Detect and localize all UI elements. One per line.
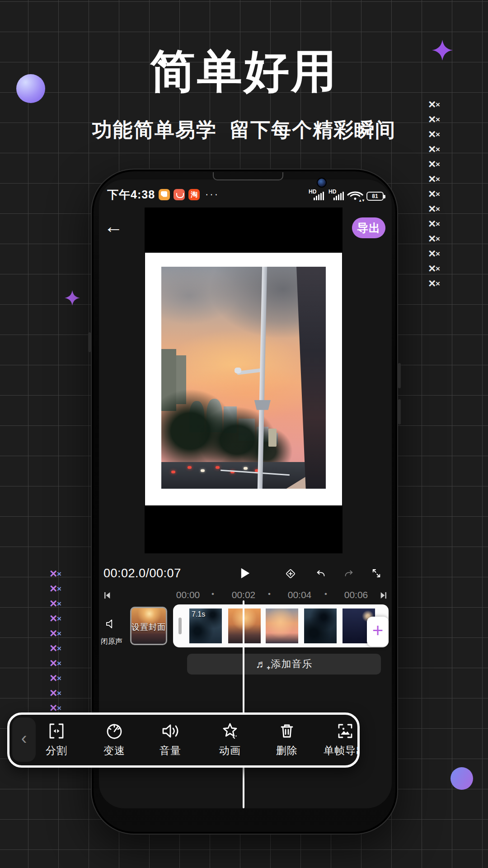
- play-button[interactable]: [237, 566, 252, 580]
- toolbar-item-label: 动画: [205, 744, 255, 758]
- ruler-tick: 00:00: [172, 590, 204, 600]
- phone-volume-button: [398, 399, 401, 425]
- battery-icon: 81: [366, 192, 384, 201]
- timeline-clips-row: 闭原声 设置封面 7.1s +: [99, 604, 392, 650]
- animation-star-icon: [219, 720, 241, 742]
- cell-signal-icon: HD: [328, 189, 344, 201]
- undo-button[interactable]: [314, 567, 328, 581]
- chat-app-icon: [159, 189, 170, 200]
- phone-speaker-slot: [213, 172, 283, 180]
- x-mark: ××: [428, 130, 442, 141]
- skip-end-icon[interactable]: [379, 590, 389, 600]
- toolbar-item-split[interactable]: 分割: [32, 719, 81, 764]
- toolbar-item-animation[interactable]: 动画: [205, 719, 255, 764]
- ruler-tick: 00:02: [228, 590, 259, 600]
- toolbar-item-label: 变速: [89, 744, 139, 758]
- mute-label: 闭原声: [99, 637, 127, 646]
- x-mark: ××: [50, 585, 63, 595]
- cover-label: 设置封面: [131, 622, 166, 632]
- status-bar: 下午4:38 淘 ··· HD HD ▲▼ 81: [99, 186, 392, 203]
- toolbar-item-frame-export[interactable]: 单帧导出: [320, 719, 360, 764]
- keyframe-add-button[interactable]: [284, 567, 297, 580]
- toolbar-item-speed[interactable]: 变速: [89, 719, 139, 764]
- x-mark: ××: [50, 614, 63, 625]
- fullscreen-button[interactable]: [369, 566, 384, 580]
- ruler-tick: 00:06: [340, 590, 372, 600]
- wifi-icon: ▲▼: [348, 189, 362, 201]
- edit-toolbar: ‹ 分割 变速 音量 动画: [7, 712, 360, 768]
- add-clip-button[interactable]: +: [367, 617, 389, 646]
- x-mark: ××: [50, 689, 63, 700]
- x-mark: ××: [50, 599, 63, 610]
- taobao-app-icon: 淘: [188, 189, 200, 200]
- video-preview-canvas: [145, 208, 343, 553]
- x-mark: ××: [428, 160, 442, 171]
- clip-duration-badge: 7.1s: [192, 610, 205, 618]
- decor-x-pattern-left: ××××××××××××××××××××: [50, 570, 63, 715]
- trim-handle[interactable]: [178, 618, 182, 634]
- chevron-left-icon: ‹: [21, 730, 27, 747]
- ruler-dot: •: [266, 590, 272, 599]
- volume-icon: [160, 720, 181, 742]
- ruler-dot: •: [210, 590, 216, 599]
- phone-power-button: [398, 363, 401, 388]
- x-mark: ××: [428, 279, 442, 290]
- timeline-playhead[interactable]: [243, 600, 244, 808]
- decor-x-pattern-right: ××××××××××××××××××××××××××: [428, 100, 442, 290]
- playback-controls: 00:02.0/00:07: [99, 561, 392, 586]
- more-notifications-icon: ···: [205, 189, 219, 200]
- x-mark: ××: [428, 220, 442, 231]
- add-music-label: 添加音乐: [271, 657, 313, 671]
- plus-icon: +: [372, 621, 384, 640]
- toolbar-item-delete[interactable]: 删除: [262, 719, 312, 764]
- x-mark: ××: [428, 100, 442, 111]
- sparkle-star-icon: [65, 290, 80, 306]
- phone-front-camera: [317, 178, 327, 188]
- cell-signal-icon: HD: [309, 189, 324, 201]
- x-mark: ××: [50, 674, 63, 685]
- page-subtitle: 功能简单易学 留下每个精彩瞬间: [0, 117, 488, 143]
- toolbar-item-volume[interactable]: 音量: [145, 719, 195, 764]
- video-clip-strip[interactable]: 7.1s: [173, 604, 389, 647]
- x-mark: ××: [428, 235, 442, 245]
- skip-start-icon[interactable]: [102, 590, 112, 600]
- x-mark: ××: [428, 190, 442, 201]
- clip-thumbnail[interactable]: [228, 609, 261, 643]
- x-mark: ××: [428, 250, 442, 260]
- shopping-app-icon: [174, 189, 185, 200]
- split-icon: [46, 720, 67, 742]
- x-mark: ××: [50, 659, 63, 670]
- mute-original-sound-button[interactable]: 闭原声: [99, 604, 124, 650]
- x-mark: ××: [50, 644, 63, 655]
- export-button[interactable]: 导出: [352, 217, 385, 238]
- redo-button[interactable]: [342, 567, 356, 581]
- speed-icon: [103, 720, 125, 742]
- clip-thumbnail[interactable]: 7.1s: [189, 609, 222, 643]
- timeline-ruler[interactable]: 00:00 • 00:02 • 00:04 • 00:06: [99, 588, 392, 603]
- x-mark: ××: [50, 570, 63, 580]
- add-music-button[interactable]: ♬+ 添加音乐: [187, 654, 381, 675]
- music-note-icon: ♬+: [256, 658, 267, 670]
- set-cover-button[interactable]: 设置封面: [130, 607, 167, 645]
- ruler-tick: 00:04: [284, 590, 315, 600]
- clip-thumbnail[interactable]: [304, 609, 337, 643]
- toolbar-item-label: 音量: [145, 744, 195, 758]
- toolbar-item-label: 单帧导出: [320, 744, 360, 758]
- decor-gradient-circle-bottomright: [450, 767, 473, 790]
- time-display: 00:02.0/00:07: [103, 561, 181, 586]
- sunset-street-photo: [161, 267, 326, 489]
- x-mark: ××: [428, 264, 442, 275]
- delete-trash-icon: [276, 720, 298, 742]
- x-mark: ××: [50, 629, 63, 640]
- frame-export-icon: [334, 720, 356, 742]
- phone-mute-switch: [88, 332, 91, 352]
- x-mark: ××: [428, 145, 442, 156]
- page-title: 简单好用: [0, 42, 488, 103]
- clip-thumbnail[interactable]: [266, 609, 298, 643]
- clock-text: 下午4:38: [107, 187, 155, 202]
- ruler-dot: •: [323, 590, 329, 599]
- speaker-icon: [104, 617, 118, 631]
- back-button[interactable]: ←: [103, 215, 124, 238]
- toolbar-item-label: 分割: [32, 744, 81, 758]
- x-mark: ××: [428, 175, 442, 186]
